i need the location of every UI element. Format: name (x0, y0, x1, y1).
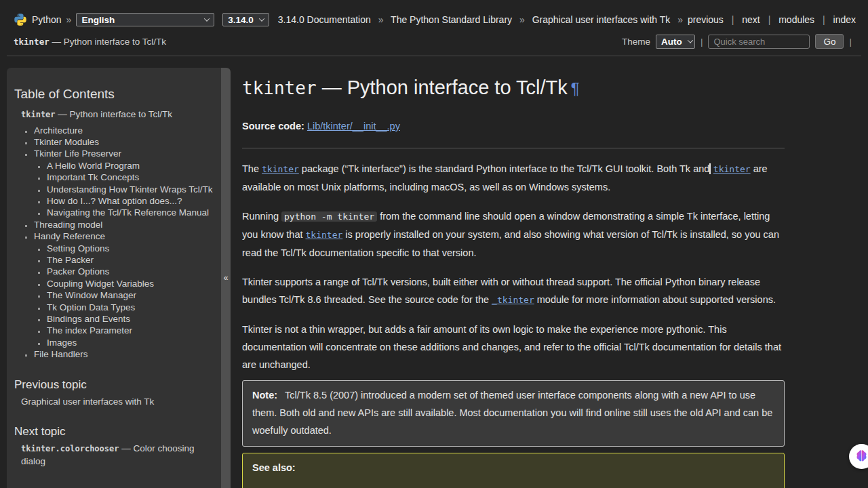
python-home-link[interactable]: Python (32, 14, 62, 25)
current-page-module-name: tkinter (14, 37, 50, 47)
paragraph-wrapper: Tkinter is not a thin wrapper, but adds … (242, 321, 785, 373)
next-topic-module-name: tkinter.colorchooser (21, 444, 119, 453)
theme-select-value: Auto (661, 37, 682, 47)
language-select[interactable]: English (76, 13, 214, 26)
toc-item: Packer Options (47, 266, 221, 277)
breadcrumb-separator: » (677, 14, 683, 25)
paragraph-text: module for more information about suppor… (534, 294, 776, 305)
toc-item: Understanding How Tkinter Wraps Tcl/Tk (47, 184, 221, 195)
search-go-button[interactable]: Go (815, 34, 844, 49)
nav-separator: | (732, 14, 734, 25)
paragraph-intro: The tkinter package (“Tk interface”) is … (242, 160, 785, 196)
headerlink-pilcrow-icon[interactable]: ¶ (571, 79, 580, 98)
toc-item: Bindings and Events (47, 313, 221, 325)
tkinter-module-link[interactable]: tkinter (306, 230, 343, 240)
toc-root-module-name: tkinter (21, 110, 56, 119)
toc-link-images[interactable]: Images (47, 338, 77, 348)
toc-item: A Hello World Program (47, 160, 221, 171)
tkinter-module-link[interactable]: tkinter (713, 164, 751, 174)
sidebar: Table of Contents tkinter — Python inter… (7, 68, 221, 488)
current-page-label: tkinter — Python interface to Tcl/Tk (14, 37, 166, 47)
paragraph-versions: Tkinter supports a range of Tcl/Tk versi… (242, 273, 785, 309)
toc-sublist: A Hello World Program Important Tk Conce… (34, 160, 221, 219)
seealso-label: See also: (252, 462, 296, 473)
toc-link-tkinter-wraps[interactable]: Understanding How Tkinter Wraps Tcl/Tk (47, 184, 213, 195)
toc-link-tk-option-data-types[interactable]: Tk Option Data Types (47, 302, 135, 312)
toc-item: The Packer (47, 254, 221, 266)
header-separator: | (701, 37, 703, 47)
page-header-bar: tkinter — Python interface to Tcl/Tk The… (14, 33, 857, 49)
language-select-value: English (81, 15, 115, 25)
toc-link-tk-concepts[interactable]: Important Tk Concepts (47, 172, 139, 182)
nav-separator: | (768, 14, 771, 25)
chevron-down-icon (687, 37, 692, 43)
breadcrumb-link-gui-tk[interactable]: Graphical user interfaces with Tk (532, 14, 671, 25)
toc-link-coupling-widget-variables[interactable]: Coupling Widget Variables (47, 279, 154, 289)
toc-link-hello-world[interactable]: A Hello World Program (47, 161, 140, 171)
sidebar-collapse-handle[interactable]: « (221, 68, 231, 488)
toc-link-file-handlers[interactable]: File Handlers (34, 349, 88, 359)
toc-link-how-do-i[interactable]: How do I...? What option does...? (47, 196, 182, 206)
main-content: tkinter — Python interface to Tcl/Tk¶ So… (242, 68, 785, 488)
toc-link-tkinter-modules[interactable]: Tkinter Modules (34, 137, 99, 147)
previous-link[interactable]: previous (688, 14, 724, 25)
version-select-value: 3.14.0 (228, 15, 254, 25)
modules-link[interactable]: modules (778, 14, 814, 25)
version-select[interactable]: 3.14.0 (222, 13, 269, 26)
toc-link-handy-reference[interactable]: Handy Reference (34, 231, 105, 241)
toc-link-bindings-and-events[interactable]: Bindings and Events (47, 314, 130, 324)
chevron-down-icon (204, 16, 210, 21)
toc-root-link[interactable]: tkinter — Python interface to Tcl/Tk (21, 108, 221, 121)
index-link[interactable]: index (833, 14, 856, 25)
toc-item: Tkinter Life Preserver A Hello World Pro… (34, 148, 221, 218)
note-admonition: Note:Tcl/Tk 8.5 (2007) introduced a mode… (242, 380, 785, 447)
toc-link-navigating-reference[interactable]: Navigating the Tcl/Tk Reference Manual (47, 207, 209, 218)
tkinter-module-link[interactable]: tkinter (262, 164, 299, 174)
note-label: Note: (252, 390, 277, 401)
toc-item: Threading model (34, 219, 221, 230)
assistant-floating-button[interactable] (849, 444, 868, 469)
next-link[interactable]: next (742, 14, 760, 25)
next-topic-link[interactable]: tkinter.colorchooser — Color choosing di… (21, 443, 212, 467)
toc-item: Important Tk Concepts (47, 171, 221, 183)
toc-link-architecture[interactable]: Architecture (34, 125, 83, 136)
page-title-rest: — Python interface to Tcl/Tk (317, 77, 568, 98)
toc-item: Handy Reference Setting Options The Pack… (34, 230, 221, 348)
underscore-tkinter-module-link[interactable]: _tkinter (492, 295, 534, 305)
breadcrumb: 3.14.0 Documentation » The Python Standa… (278, 14, 688, 25)
table-of-contents-list: Architecture Tkinter Modules Tkinter Lif… (7, 125, 221, 361)
previous-topic-link[interactable]: Graphical user interfaces with Tk (21, 396, 212, 408)
breadcrumb-link-documentation[interactable]: 3.14.0 Documentation (278, 14, 371, 25)
chevron-down-icon (259, 16, 264, 21)
paragraph-text: package (“Tk interface”) is the standard… (299, 163, 710, 174)
search-input[interactable] (708, 35, 810, 49)
content-divider (242, 148, 785, 148)
brain-icon (854, 449, 868, 465)
toc-link-setting-options[interactable]: Setting Options (47, 243, 109, 253)
breadcrumb-separator: » (519, 14, 525, 25)
theme-label: Theme (622, 37, 650, 47)
toc-root-rest: — Python interface to Tcl/Tk (56, 109, 172, 119)
nav-separator: | (823, 14, 825, 25)
source-code-line: Source code: Lib/tkinter/__init__.py (242, 119, 785, 133)
source-code-link[interactable]: Lib/tkinter/__init__.py (307, 121, 400, 131)
toc-link-packer-options[interactable]: Packer Options (47, 266, 109, 277)
toc-item: File Handlers (34, 348, 221, 360)
page-title-module-name: tkinter (242, 78, 317, 98)
toc-link-the-packer[interactable]: The Packer (47, 255, 94, 265)
breadcrumb-link-standard-library[interactable]: The Python Standard Library (391, 14, 512, 25)
toc-link-threading-model[interactable]: Threading model (34, 220, 102, 230)
paragraph-text: Tkinter is not a thin wrapper, but adds … (242, 324, 781, 370)
toc-item: Images (47, 337, 221, 348)
previous-topic-title: Previous topic (14, 378, 221, 392)
breadcrumb-separator: » (66, 14, 72, 25)
note-text: Tcl/Tk 8.5 (2007) introduced a modern se… (252, 390, 772, 436)
toc-link-window-manager[interactable]: The Window Manager (47, 290, 136, 300)
inline-code-python-m-tkinter: python -m tkinter (281, 211, 377, 222)
toc-link-index-parameter[interactable]: The index Parameter (47, 325, 132, 336)
toc-item: The Window Manager (47, 289, 221, 301)
theme-select[interactable]: Auto (656, 35, 695, 49)
toc-item: How do I...? What option does...? (47, 195, 221, 207)
next-topic-title: Next topic (14, 425, 221, 439)
toc-link-life-preserver[interactable]: Tkinter Life Preserver (34, 148, 121, 159)
